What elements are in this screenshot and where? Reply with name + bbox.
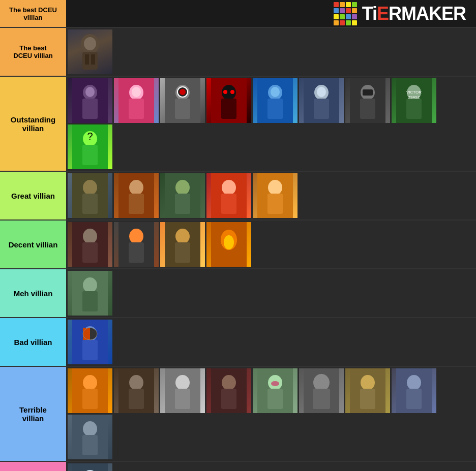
tier-content-s	[66, 28, 476, 76]
svg-point-81	[83, 375, 97, 390]
svg-point-106	[83, 421, 97, 436]
card-joker[interactable]	[253, 368, 298, 413]
card-deathstroke[interactable]	[68, 320, 112, 364]
card-kgbeast[interactable]	[345, 78, 390, 123]
svg-rect-11	[129, 99, 144, 119]
card-black-manta[interactable]	[206, 78, 251, 123]
svg-rect-29	[314, 99, 329, 119]
svg-point-57	[268, 180, 282, 195]
tiermaker-logo: TiERMAKER	[334, 2, 466, 25]
card-victor-zsasz[interactable]: VICTORZSASZ	[392, 78, 436, 123]
card-general-villain[interactable]	[68, 415, 112, 459]
tier-label-e: Bad villian	[0, 318, 66, 366]
svg-rect-78	[83, 328, 90, 340]
header-content: TiERMAKER	[66, 2, 476, 25]
card-riddler[interactable]: ?	[68, 124, 112, 169]
tier-label-d: Meh villian	[0, 269, 66, 317]
card-lex-luthor-a[interactable]	[299, 78, 344, 123]
logo-cell	[346, 20, 351, 25]
card-fire-villain[interactable]	[206, 222, 251, 267]
svg-point-72	[83, 277, 97, 293]
logo-cell	[340, 20, 345, 25]
card-deadshot[interactable]	[160, 78, 205, 123]
card-lex-lowest[interactable]	[68, 463, 112, 471]
logo-cell	[346, 8, 351, 13]
card-sivana[interactable]	[68, 222, 112, 267]
card-circus[interactable]	[206, 173, 251, 218]
svg-point-63	[129, 229, 143, 244]
logo-cell	[334, 8, 339, 13]
logo-cell	[340, 14, 345, 19]
logo-cell	[334, 2, 339, 7]
logo-cell	[334, 20, 339, 25]
svg-point-70	[224, 235, 234, 249]
svg-rect-108	[72, 463, 108, 471]
logo-cell	[334, 14, 339, 19]
svg-rect-1	[82, 52, 98, 70]
svg-point-54	[222, 180, 236, 195]
card-kahndaq-villain[interactable]	[392, 368, 436, 413]
svg-point-51	[175, 180, 190, 195]
tier-row-c: Decent villian	[0, 221, 476, 269]
card-maxwell-lord[interactable]	[114, 173, 159, 218]
svg-point-45	[83, 180, 97, 195]
tier-content-d	[66, 269, 476, 317]
card-thaddeus[interactable]	[345, 368, 390, 413]
svg-rect-82	[82, 389, 98, 409]
svg-rect-46	[82, 194, 98, 214]
tier-label-g: The lowest of the low	[0, 462, 66, 471]
card-steppenwolf[interactable]	[68, 173, 112, 218]
card-ares[interactable]	[160, 368, 205, 413]
card-incubus[interactable]	[206, 368, 251, 413]
tier-label-b: Great villian	[0, 172, 66, 219]
tier-content-a: VICTORZSASZ ?	[66, 77, 476, 171]
tier-row-a: Outstandingvillian	[0, 77, 476, 172]
svg-point-21	[223, 90, 227, 94]
logo-cell	[340, 2, 345, 7]
tier-label-f: Terriblevillian	[0, 367, 66, 461]
svg-rect-20	[221, 99, 236, 119]
svg-point-95	[271, 381, 279, 386]
svg-rect-67	[175, 242, 190, 263]
card-brainiac[interactable]	[68, 368, 112, 413]
card-doomsday[interactable]	[299, 368, 344, 413]
card-sinestro[interactable]	[114, 368, 159, 413]
tier-row-g: The lowest of the low	[0, 462, 476, 471]
svg-rect-76	[82, 340, 98, 360]
svg-point-97	[313, 374, 330, 391]
header: The best DCEU villian	[0, 0, 476, 28]
card-dr-poison[interactable]	[160, 173, 205, 218]
svg-rect-49	[129, 194, 144, 214]
svg-text:ZSASZ: ZSASZ	[408, 96, 420, 99]
svg-point-60	[83, 229, 97, 244]
svg-point-2	[84, 37, 96, 50]
card-darkseid[interactable]	[68, 29, 112, 74]
card-firefly[interactable]	[114, 222, 159, 267]
svg-rect-64	[129, 242, 144, 263]
svg-point-66	[175, 229, 190, 244]
svg-point-12	[132, 87, 141, 97]
tier-label-a: Outstandingvillian	[0, 77, 66, 171]
logo-cell	[352, 20, 357, 25]
card-enchantress[interactable]	[68, 78, 112, 123]
card-orm[interactable]	[253, 78, 298, 123]
tier-label-s: The bestDCEU villian	[0, 28, 66, 76]
svg-rect-37	[406, 99, 422, 119]
svg-rect-15	[175, 99, 190, 119]
card-meh-villain[interactable]	[68, 271, 112, 316]
svg-rect-61	[82, 242, 98, 263]
tier-content-c	[66, 221, 476, 268]
svg-rect-107	[82, 435, 98, 455]
logo-cell	[352, 2, 357, 7]
svg-point-103	[407, 375, 421, 390]
card-peacemaker-villain[interactable]	[160, 222, 205, 267]
card-harley[interactable]	[114, 78, 159, 123]
svg-rect-101	[360, 389, 375, 409]
svg-point-48	[129, 180, 143, 195]
svg-rect-88	[175, 389, 190, 409]
card-cheetah[interactable]	[253, 173, 298, 218]
logo-cell	[346, 14, 351, 19]
logo-text: TiERMAKER	[362, 3, 466, 24]
svg-point-90	[222, 375, 236, 390]
svg-rect-4	[91, 54, 95, 65]
